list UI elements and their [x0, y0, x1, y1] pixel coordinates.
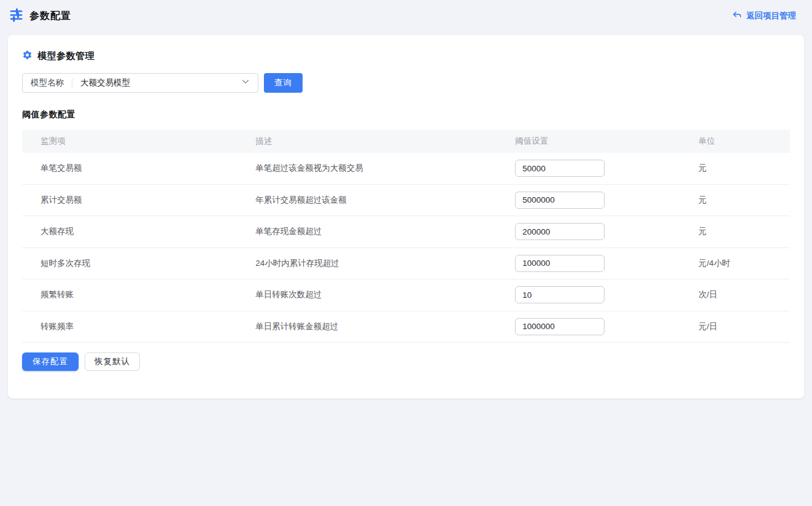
table-row: 频繁转账 单日转账次数超过 次/日	[22, 279, 790, 311]
threshold-cell	[515, 192, 698, 209]
back-link-label: 返回项目管理	[746, 10, 796, 21]
table-row: 短时多次存现 24小时内累计存现超过 元/4小时	[22, 248, 790, 280]
select-value: 大额交易模型	[80, 77, 130, 88]
table-header-row: 监测项 描述 阈值设置 单位	[22, 130, 790, 153]
query-button[interactable]: 查询	[264, 73, 303, 93]
back-to-project-link[interactable]: 返回项目管理	[732, 10, 796, 22]
description-cell: 单笔存现金额超过	[255, 226, 515, 237]
description-cell: 单日转账次数超过	[255, 289, 515, 300]
column-header-description: 描述	[255, 136, 515, 147]
table-row: 单笔交易额 单笔超过该金额视为大额交易 元	[22, 153, 790, 185]
monitor-item-cell: 转账频率	[22, 321, 255, 332]
unit-cell: 元/4小时	[698, 258, 790, 269]
threshold-cell	[515, 255, 698, 272]
threshold-input[interactable]	[515, 223, 605, 240]
threshold-input[interactable]	[515, 286, 605, 303]
monitor-item-cell: 频繁转账	[22, 289, 255, 300]
sliders-icon	[9, 8, 23, 25]
chevron-down-icon	[241, 77, 250, 88]
threshold-cell	[515, 223, 698, 240]
model-name-select[interactable]: 模型名称 大额交易模型	[22, 73, 258, 93]
card-title: 模型参数管理	[37, 50, 95, 62]
unit-cell: 元	[698, 195, 790, 206]
threshold-input[interactable]	[515, 160, 605, 177]
threshold-cell	[515, 318, 698, 335]
table-body: 单笔交易额 单笔超过该金额视为大额交易 元 累计交易额 年累计交易额超过该金额 …	[22, 153, 790, 343]
page-header: 参数配置 返回项目管理	[0, 0, 812, 32]
page-header-left: 参数配置	[9, 8, 71, 25]
query-row: 模型名称 大额交易模型 查询	[22, 73, 790, 93]
description-cell: 24小时内累计存现超过	[255, 258, 515, 269]
description-cell: 年累计交易额超过该金额	[255, 195, 515, 206]
monitor-item-cell: 短时多次存现	[22, 258, 255, 269]
table-row: 转账频率 单日累计转账金额超过 元/日	[22, 311, 790, 343]
column-header-threshold: 阈值设置	[515, 136, 698, 147]
unit-cell: 元/日	[698, 321, 790, 332]
gear-icon	[22, 50, 33, 62]
select-label: 模型名称	[31, 77, 64, 88]
save-config-button[interactable]: 保存配置	[22, 352, 79, 371]
threshold-cell	[515, 160, 698, 177]
page-title: 参数配置	[29, 10, 71, 23]
column-header-monitor-item: 监测项	[22, 136, 255, 147]
monitor-item-cell: 大额存现	[22, 226, 255, 237]
section-title: 阈值参数配置	[22, 109, 790, 120]
threshold-input[interactable]	[515, 318, 605, 335]
column-header-unit: 单位	[698, 136, 790, 147]
threshold-input[interactable]	[515, 255, 605, 272]
unit-cell: 元	[698, 163, 790, 174]
table-row: 大额存现 单笔存现金额超过 元	[22, 216, 790, 248]
description-cell: 单笔超过该金额视为大额交易	[255, 163, 515, 174]
select-divider	[72, 78, 72, 88]
model-params-card: 模型参数管理 模型名称 大额交易模型 查询 阈值参数配置 监测项 描述 阈值设置…	[8, 35, 804, 399]
monitor-item-cell: 累计交易额	[22, 195, 255, 206]
actions-row: 保存配置 恢复默认	[22, 352, 790, 371]
table-row: 累计交易额 年累计交易额超过该金额 元	[22, 185, 790, 217]
restore-default-button[interactable]: 恢复默认	[85, 352, 140, 371]
card-title-row: 模型参数管理	[22, 50, 790, 62]
unit-cell: 次/日	[698, 289, 790, 300]
description-cell: 单日累计转账金额超过	[255, 321, 515, 332]
unit-cell: 元	[698, 226, 790, 237]
undo-arrow-icon	[732, 10, 742, 22]
monitor-item-cell: 单笔交易额	[22, 163, 255, 174]
threshold-cell	[515, 286, 698, 303]
threshold-input[interactable]	[515, 192, 605, 209]
threshold-table: 监测项 描述 阈值设置 单位 单笔交易额 单笔超过该金额视为大额交易 元 累计交…	[22, 130, 790, 343]
